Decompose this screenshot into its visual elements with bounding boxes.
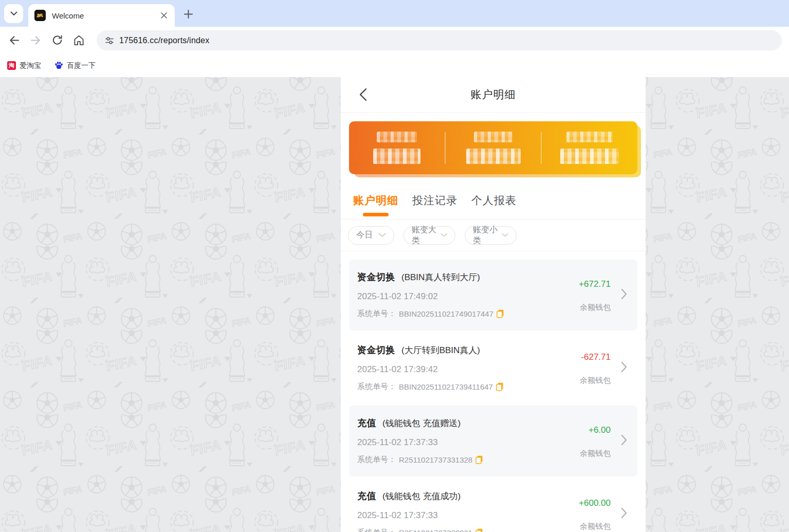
tab-personal-report[interactable]: 个人报表 [471,181,517,219]
transaction-detail: (BBIN真人转到大厅) [401,271,480,283]
chevron-right-icon [621,288,627,300]
order-number-value: BBIN202511021739411647 [399,382,493,391]
tab-close-icon[interactable] [159,11,169,20]
filter-label: 今日 [356,230,373,241]
transaction-row[interactable]: 资金切换 (BBIN真人转到大厅) 2025-11-02 17:49:02 系统… [349,260,637,331]
filter-major-category-dropdown[interactable]: 账变大类 [403,226,455,245]
transaction-detail: (大厅转到BBIN真人) [401,344,480,356]
browser-toolbar: 175616.cc/reports/index [0,27,789,54]
transaction-datetime: 2025-11-02 17:49:02 [357,291,576,302]
copy-icon[interactable] [475,455,483,464]
censored-label [566,132,613,142]
chevron-right-icon [621,434,627,446]
chevron-left-icon [359,88,367,101]
transaction-row[interactable]: 资金切换 (大厅转到BBIN真人) 2025-11-02 17:39:42 系统… [349,333,637,403]
filter-date-dropdown[interactable]: 今日 [348,226,394,245]
copy-icon[interactable] [475,528,483,532]
page-title: 账户明细 [471,87,516,102]
plus-icon [184,10,193,19]
filter-minor-category-dropdown[interactable]: 账变小类 [465,226,517,245]
censored-label [377,132,417,142]
tab-title: Welcome [52,11,159,20]
transaction-type: 资金切换 [357,271,395,283]
wallet-label: 余额钱包 [580,449,611,458]
bookmarks-bar: 淘 爱淘宝 百度一下 [0,54,789,77]
site-favicon [34,10,46,21]
order-number-label: 系统单号： [357,309,396,319]
censored-label [474,132,512,142]
forward-button[interactable] [25,30,46,51]
back-arrow-icon [8,34,20,46]
tab-bet-records[interactable]: 投注记录 [412,181,457,219]
transaction-type: 充值 [357,490,376,502]
balance-column [349,121,445,174]
balance-column [446,121,541,174]
new-tab-button[interactable] [181,7,195,21]
app-header: 账户明细 [341,77,646,113]
transaction-type: 充值 [357,417,376,429]
chevron-right-icon [621,507,627,519]
wallet-label: 余额钱包 [580,376,611,386]
bookmark-label: 百度一下 [67,61,96,70]
back-navigation-button[interactable] [355,86,371,103]
account-detail-panel: 账户明细 账户明细 投注记录 [341,77,646,532]
copy-icon[interactable] [496,382,504,391]
transaction-row[interactable]: 充值 (钱能钱包 充值赠送) 2025-11-02 17:37:33 系统单号：… [349,406,637,476]
balance-summary-card [349,121,637,174]
transaction-amount: -627.71 [580,352,611,362]
tab-account-detail[interactable]: 账户明细 [353,181,398,219]
home-icon [73,34,85,46]
copy-icon[interactable] [497,309,504,318]
transaction-amount: +6.00 [580,425,611,435]
order-number-label: 系统单号： [357,382,396,392]
chevron-down-icon [10,11,17,16]
reload-icon [51,34,63,46]
chevron-down-icon [502,233,508,237]
order-number-value: R2511021737331328 [399,455,472,464]
tab-search-button[interactable] [4,4,23,23]
bookmark-label: 爱淘宝 [20,61,41,70]
transaction-row[interactable]: 充值 (钱能钱包 充值成功) 2025-11-02 17:37:33 系统单号：… [349,479,637,532]
order-number-value: R2511021737330931 [399,528,472,532]
bookmark-taobao[interactable]: 淘 爱淘宝 [7,61,41,70]
chevron-down-icon [378,233,386,237]
chevron-down-icon [441,233,447,237]
reload-button[interactable] [46,30,68,51]
order-number-label: 系统单号： [357,455,396,465]
order-number-label: 系统单号： [357,528,396,532]
order-number-value: BBIN202511021749017447 [399,309,493,318]
tab-strip: Welcome [0,0,789,27]
taobao-icon: 淘 [7,61,16,70]
balance-column [542,121,637,174]
browser-tab[interactable]: Welcome [28,4,175,27]
transaction-datetime: 2025-11-02 17:37:33 [357,510,576,521]
transaction-list: 资金切换 (BBIN真人转到大厅) 2025-11-02 17:49:02 系统… [341,251,646,532]
filter-label: 账变大类 [412,225,441,246]
transaction-datetime: 2025-11-02 17:37:33 [357,437,576,448]
chevron-right-icon [621,361,627,373]
browser-window: Welcome [0,0,789,532]
transaction-amount: +672.71 [579,279,611,289]
address-bar[interactable]: 175616.cc/reports/index [97,30,782,50]
transaction-datetime: 2025-11-02 17:39:42 [357,364,576,375]
home-button[interactable] [68,30,89,51]
url-text[interactable]: 175616.cc/reports/index [119,36,209,45]
censored-value [373,149,420,164]
section-tabs: 账户明细 投注记录 个人报表 [341,174,646,219]
transaction-detail: (钱能钱包 充值成功) [382,490,461,502]
transaction-type: 资金切换 [357,344,395,356]
filters-row: 今日 账变大类 账变小类 [341,219,646,251]
censored-value [466,149,521,164]
transaction-detail: (钱能钱包 充值赠送) [382,417,461,429]
wallet-label: 余额钱包 [579,303,611,313]
wallet-label: 余额钱包 [579,522,611,531]
baidu-paw-icon [54,61,63,70]
back-button[interactable] [3,30,25,51]
bookmark-baidu[interactable]: 百度一下 [54,61,96,70]
censored-value [560,149,619,164]
site-settings-icon[interactable] [105,36,114,45]
forward-arrow-icon [30,34,42,46]
filter-label: 账变小类 [473,225,502,246]
page-viewport: FIFA [0,77,789,532]
transaction-amount: +600.00 [579,498,611,508]
